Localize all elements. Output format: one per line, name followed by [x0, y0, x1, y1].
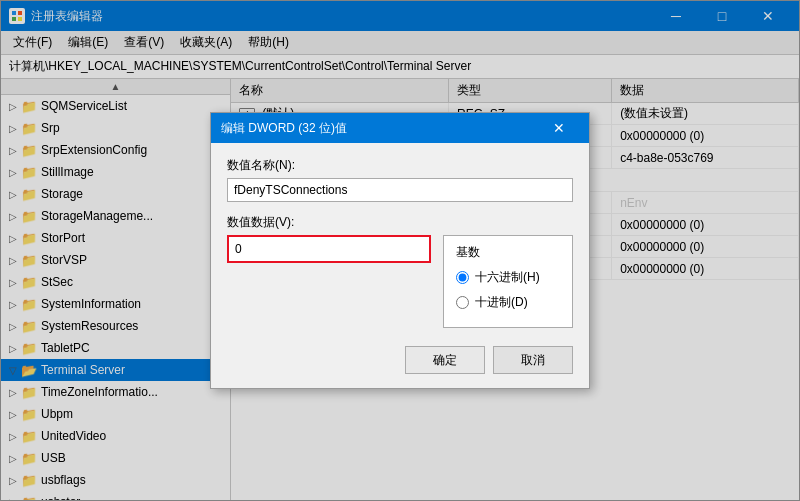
dialog-title-text: 编辑 DWORD (32 位)值	[221, 120, 539, 137]
base-radio-group: 基数 十六进制(H) 十进制(D)	[443, 235, 573, 328]
dec-radio-option[interactable]: 十进制(D)	[456, 294, 560, 311]
value-name-input[interactable]	[227, 178, 573, 202]
value-name-label: 数值名称(N):	[227, 157, 573, 174]
value-row: 基数 十六进制(H) 十进制(D)	[227, 235, 573, 328]
hex-radio[interactable]	[456, 271, 469, 284]
value-data-input[interactable]	[227, 235, 431, 263]
base-label: 基数	[456, 244, 560, 261]
value-input-wrapper	[227, 235, 431, 263]
dialog-overlay: 编辑 DWORD (32 位)值 ✕ 数值名称(N): 数值数据(V): 基数 …	[0, 0, 800, 501]
dec-radio-label: 十进制(D)	[475, 294, 528, 311]
value-data-label: 数值数据(V):	[227, 214, 573, 231]
dec-radio[interactable]	[456, 296, 469, 309]
hex-radio-option[interactable]: 十六进制(H)	[456, 269, 560, 286]
dialog-body: 数值名称(N): 数值数据(V): 基数 十六进制(H) 十进制(D)	[211, 143, 589, 338]
dialog-title-bar: 编辑 DWORD (32 位)值 ✕	[211, 113, 589, 143]
ok-button[interactable]: 确定	[405, 346, 485, 374]
hex-radio-label: 十六进制(H)	[475, 269, 540, 286]
dialog-footer: 确定 取消	[211, 338, 589, 388]
dialog-close-button[interactable]: ✕	[539, 113, 579, 143]
dword-edit-dialog: 编辑 DWORD (32 位)值 ✕ 数值名称(N): 数值数据(V): 基数 …	[210, 112, 590, 389]
cancel-button[interactable]: 取消	[493, 346, 573, 374]
